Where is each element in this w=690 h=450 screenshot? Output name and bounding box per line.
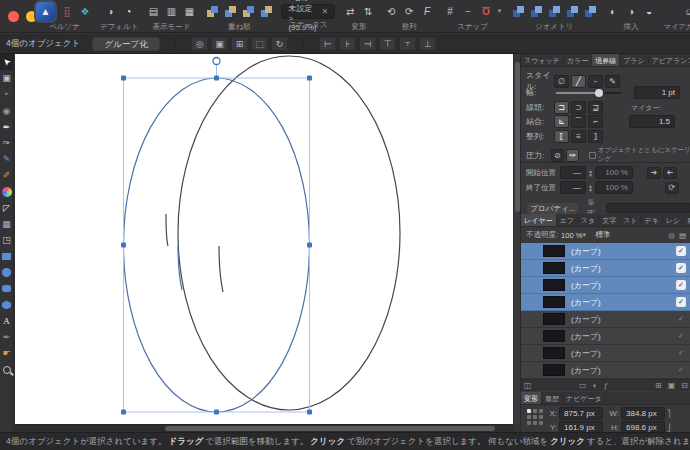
close-document-icon[interactable]: ✕ [321, 7, 328, 16]
align-top-icon[interactable]: ⊤ [379, 37, 396, 51]
x-input[interactable]: 875.7 px [559, 407, 603, 420]
curve-fragment-dark-2[interactable] [219, 246, 223, 292]
view-retina-icon[interactable]: ▦ [181, 3, 197, 19]
layer-row[interactable]: (カーブ) ✓ [521, 243, 690, 260]
end-stepper[interactable]: ▲▼ [588, 184, 593, 192]
move-forward-icon[interactable] [222, 3, 238, 19]
account-person-icon[interactable]: ☺ [681, 3, 690, 19]
brush-tool[interactable]: ✐ [0, 167, 14, 183]
width-slider[interactable] [556, 92, 622, 94]
pencil-tool[interactable]: ✎ [0, 151, 14, 167]
tab-recipe[interactable]: レシ [663, 214, 684, 227]
align-bottom-icon[interactable]: ⊥ [419, 37, 436, 51]
polygon-tool[interactable] [0, 297, 14, 313]
opacity-value[interactable]: 100 % [561, 231, 582, 240]
close-window-button[interactable] [8, 11, 19, 22]
start-size-value[interactable]: 100 % [595, 166, 633, 179]
group-button[interactable]: グループ化 [92, 37, 160, 51]
layer-visibility-checkbox[interactable]: ✓ [676, 263, 686, 273]
transparency-tool[interactable]: ◸ [0, 200, 14, 216]
move-to-front-icon[interactable] [204, 3, 220, 19]
horizontal-scroll-thumb[interactable] [165, 426, 495, 431]
boolean-intersect-icon[interactable] [546, 3, 562, 19]
view-hand-tool[interactable]: ☛ [0, 345, 14, 361]
node-pen-tool[interactable]: ✑ [0, 135, 14, 151]
layer-lock-icon[interactable]: ▤ [679, 231, 686, 240]
delete-layer-icon[interactable]: ⊟ [681, 381, 688, 390]
align-inside-stroke-icon[interactable]: ≡ [571, 130, 586, 143]
properties-button[interactable]: プロパティ... [526, 202, 579, 215]
rotate-left-icon[interactable]: ⟲ [383, 3, 399, 19]
rotate-selection-icon[interactable]: ↻ [271, 37, 288, 51]
start-style-select[interactable]: — [560, 166, 586, 179]
join-round-icon[interactable]: ⌒ [571, 115, 586, 128]
layer-row[interactable]: (カーブ) ✓ [521, 277, 690, 294]
start-stepper[interactable]: ▲▼ [588, 169, 593, 177]
end-style-select[interactable]: — [560, 181, 586, 194]
export-persona-icon[interactable]: ❖ [77, 3, 93, 19]
layer-visibility-checkbox[interactable]: ✓ [676, 365, 686, 375]
ellipse-tool[interactable] [0, 264, 14, 280]
move-backward-icon[interactable] [240, 3, 256, 19]
tab-layers[interactable]: レイヤー [521, 214, 557, 227]
opacity-dropdown-icon[interactable]: ▾ [582, 231, 589, 239]
move-to-back-icon[interactable] [258, 3, 274, 19]
blend-mode-select[interactable]: 標準 [595, 230, 610, 240]
add-layer-icon[interactable]: ⊞ [655, 381, 662, 390]
contour-tool[interactable]: ➢ [0, 86, 14, 102]
w-input[interactable]: 384.8 px [621, 407, 665, 420]
view-pixel-icon[interactable]: ▥ [163, 3, 179, 19]
tab-styles[interactable]: スタ [578, 214, 599, 227]
layer-visibility-checkbox[interactable]: ✓ [676, 331, 686, 341]
curve-blue-ellipse[interactable] [124, 78, 310, 412]
rotate-right-icon[interactable]: ⟳ [401, 3, 417, 19]
link-layer-icon[interactable]: ◫ [524, 381, 532, 390]
corner-tool[interactable]: ◉ [0, 103, 14, 119]
align-center-stroke-icon[interactable]: ⟦ [554, 130, 569, 143]
snapping-dropdown-icon[interactable]: ▾ [496, 3, 503, 19]
flip-horizontal-icon[interactable]: ⇄ [342, 3, 358, 19]
view-vector-icon[interactable]: ▤ [145, 3, 161, 19]
align-outside-stroke-icon[interactable]: ⟧ [588, 130, 603, 143]
layer-effects-icon[interactable]: ƒ [603, 381, 607, 390]
layer-visibility-checkbox[interactable]: ✓ [676, 348, 686, 358]
tab-stock[interactable]: スト [620, 214, 641, 227]
boolean-subtract-icon[interactable] [528, 3, 544, 19]
tab-history[interactable]: 履歴 [684, 214, 690, 227]
swap-arrows-icon[interactable]: ➜ [647, 167, 661, 179]
width-value[interactable]: 1 pt [634, 86, 680, 99]
tab-history-bottom[interactable]: 履歴 [542, 392, 563, 405]
end-size-value[interactable]: 100 % [595, 181, 633, 194]
zoom-tool[interactable] [0, 362, 14, 378]
layer-visibility-checkbox[interactable]: ✓ [676, 246, 686, 256]
tab-navigator[interactable]: ナビゲータ [563, 392, 606, 405]
edit-all-layers-icon[interactable]: ⬚ [251, 37, 268, 51]
rectangle-tool[interactable] [0, 248, 14, 264]
default-fill-icon[interactable]: ◑ [102, 3, 118, 19]
layer-visibility-checkbox[interactable]: ✓ [676, 314, 686, 324]
curve-fragment-dark-1[interactable] [166, 214, 168, 246]
tab-stroke[interactable]: 境界線 [592, 54, 620, 67]
layer-row[interactable]: (カーブ) ✓ [521, 260, 690, 277]
transform-origin-icon[interactable]: ◎ [191, 37, 208, 51]
cap-square-icon[interactable]: ⊒ [588, 101, 603, 114]
insert-target-icon[interactable]: ⊞ [231, 37, 248, 51]
default-stroke-icon[interactable]: ◔ [120, 3, 136, 19]
width-slider-knob[interactable] [595, 89, 603, 97]
align-middle-icon[interactable]: ⫟ [399, 37, 416, 51]
layer-row[interactable]: (カーブ) ✓ [521, 345, 690, 362]
layer-visibility-checkbox[interactable]: ✓ [676, 297, 686, 307]
horizontal-scrollbar[interactable] [15, 424, 513, 432]
text-tool[interactable]: A [0, 313, 14, 329]
layer-visibility-checkbox[interactable]: ✓ [676, 280, 686, 290]
tab-character[interactable]: 文字 [599, 214, 620, 227]
link-dimensions-icon[interactable]: ⎦ [667, 424, 671, 432]
tab-effects[interactable]: エフ [557, 214, 578, 227]
layer-options-icon[interactable]: ◎ [668, 231, 675, 240]
align-center-icon[interactable]: ⊦ [339, 37, 356, 51]
link-dimensions-icon[interactable]: ⎤ [667, 410, 671, 418]
vertical-scrollbar[interactable] [513, 54, 520, 424]
adjustment-layer-icon[interactable]: ◐ [592, 381, 597, 390]
miter-value[interactable]: 1.5 [629, 115, 675, 128]
tab-color[interactable]: カラー [564, 54, 592, 67]
